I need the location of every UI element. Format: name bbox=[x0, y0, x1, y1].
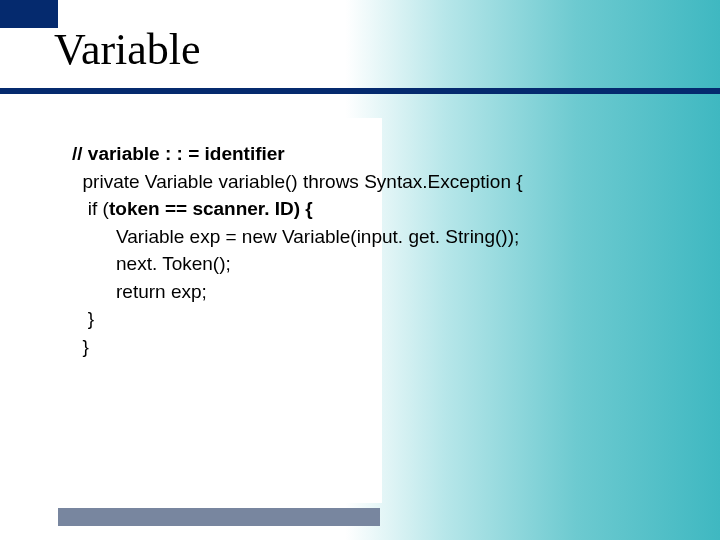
slide: Variable // variable : : = identifier pr… bbox=[0, 0, 720, 540]
code-line-5: next. Token(); bbox=[72, 250, 692, 278]
code-line-6: return exp; bbox=[72, 278, 692, 306]
code-if-cond: token == scanner. ID) { bbox=[109, 198, 313, 219]
code-line-2: private Variable variable() throws Synta… bbox=[72, 168, 692, 196]
code-line-7: } bbox=[72, 305, 692, 333]
code-line-8: } bbox=[72, 333, 692, 361]
code-block: // variable : : = identifier private Var… bbox=[72, 140, 692, 360]
top-accent-bar bbox=[0, 0, 58, 28]
code-line-1: // variable : : = identifier bbox=[72, 140, 692, 168]
code-if-pre: if ( bbox=[72, 198, 109, 219]
slide-title: Variable bbox=[54, 28, 201, 72]
code-line-3: if (token == scanner. ID) { bbox=[72, 195, 692, 223]
code-line-4: Variable exp = new Variable(input. get. … bbox=[72, 223, 692, 251]
bottom-accent-bar bbox=[58, 508, 380, 526]
title-underline bbox=[0, 88, 720, 94]
